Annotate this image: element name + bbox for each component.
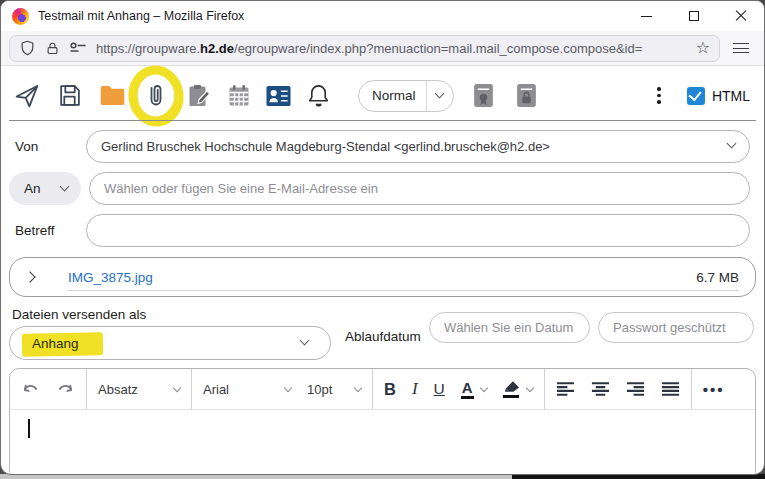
permissions-icon[interactable]: [69, 41, 87, 55]
send-as-value: Anhang: [26, 334, 85, 353]
minimize-icon: [641, 16, 652, 17]
password-input[interactable]: [598, 312, 754, 343]
expiry-label: Ablaufdatum: [345, 329, 421, 344]
to-row: An: [9, 172, 750, 205]
url-text[interactable]: https://groupware.h2.de/egroupware/index…: [96, 41, 687, 56]
chevron-down-icon: [173, 383, 181, 391]
more-menu-icon[interactable]: [649, 87, 669, 103]
expiry-date-input[interactable]: [429, 312, 590, 343]
folder-button[interactable]: [99, 82, 126, 109]
lock-icon[interactable]: [45, 40, 60, 57]
send-button[interactable]: [13, 82, 40, 109]
chevron-down-icon: [300, 336, 310, 346]
close-icon: [735, 10, 747, 22]
italic-button[interactable]: I: [412, 379, 418, 399]
calendar-button[interactable]: [225, 82, 252, 109]
to-type-select[interactable]: An: [9, 172, 81, 205]
align-right-button[interactable]: [626, 381, 645, 397]
paperclip-icon: [145, 83, 167, 109]
font-family-select[interactable]: Arial: [203, 382, 291, 397]
chevron-down-icon: [354, 383, 362, 391]
paragraph-group: Absatz: [87, 369, 192, 409]
attachment-underline: [68, 290, 739, 291]
align-group: [545, 369, 692, 409]
priority-select[interactable]: Normal: [358, 80, 454, 112]
attachment-filename-link[interactable]: IMG_3875.jpg: [68, 270, 153, 285]
attachments-panel: IMG_3875.jpg 6.7 MB: [9, 257, 756, 297]
from-label: Von: [15, 139, 86, 154]
editor-body[interactable]: [10, 410, 755, 475]
close-button[interactable]: [717, 1, 764, 31]
subject-field[interactable]: [86, 214, 750, 247]
maximize-button[interactable]: [670, 1, 717, 31]
maximize-icon: [689, 11, 699, 21]
chevron-down-icon: [479, 383, 487, 391]
url-bar[interactable]: https://groupware.h2.de/egroupware/index…: [9, 35, 720, 62]
compose-toolbar: Normal HTML: [1, 66, 764, 121]
format-group: B I U A: [373, 369, 545, 409]
bold-button[interactable]: B: [384, 380, 396, 399]
html-toggle[interactable]: HTML: [687, 87, 750, 105]
browser-navbar: https://groupware.h2.de/egroupware/index…: [1, 31, 764, 66]
subject-input[interactable]: [101, 215, 715, 246]
from-row: Von Gerlind Bruschek Hochschule Magdebur…: [15, 130, 750, 163]
paragraph-format-select[interactable]: Absatz: [98, 382, 180, 397]
align-center-button[interactable]: [591, 381, 610, 397]
undo-redo-group: [10, 369, 87, 409]
menu-hamburger-icon[interactable]: [726, 43, 756, 53]
contacts-button[interactable]: [265, 82, 292, 109]
notification-bell-button[interactable]: [305, 82, 332, 109]
text-color-button[interactable]: A: [461, 379, 487, 399]
chevron-down-icon: [427, 94, 453, 97]
minimize-button[interactable]: [623, 1, 670, 31]
to-input[interactable]: [104, 173, 715, 204]
chevron-down-icon: [727, 139, 737, 149]
encrypt-message-button[interactable]: [513, 82, 540, 109]
chevron-down-icon: [525, 383, 533, 391]
font-group: Arial 10pt: [192, 369, 373, 409]
from-select[interactable]: Gerlind Bruschek Hochschule Magdeburg-St…: [86, 130, 750, 163]
save-button[interactable]: [56, 82, 83, 109]
titlebar: Testmail mit Anhang – Mozilla Firefox: [1, 1, 764, 31]
subject-row: Betreff: [15, 214, 750, 247]
firefox-window: Testmail mit Anhang – Mozilla Firefox: [0, 0, 765, 475]
underline-button[interactable]: U: [434, 380, 445, 398]
rich-text-editor: Absatz Arial 10pt B I U A: [9, 368, 756, 475]
signature-button[interactable]: [185, 82, 212, 109]
from-value: Gerlind Bruschek Hochschule Magdeburg-St…: [101, 139, 550, 154]
align-left-button[interactable]: [556, 381, 575, 397]
priority-value: Normal: [359, 88, 426, 103]
to-field[interactable]: [89, 172, 750, 205]
toolbar-divider: [9, 120, 756, 121]
to-label: An: [24, 181, 41, 196]
bookmark-star-icon[interactable]: ☆: [696, 40, 710, 56]
send-options-section: Dateien versenden als Anhang Ablaufdatum: [1, 304, 764, 362]
sign-message-button[interactable]: [470, 82, 497, 109]
window-controls: [623, 1, 764, 31]
highlighter-icon: [503, 380, 520, 398]
chevron-down-icon: [284, 383, 292, 391]
redo-button[interactable]: [56, 381, 75, 398]
send-as-label: Dateien versenden als: [12, 307, 146, 322]
subject-label: Betreff: [15, 223, 86, 238]
text-cursor: [28, 419, 30, 438]
attachment-size: 6.7 MB: [696, 270, 739, 285]
more-tools-button[interactable]: •••: [703, 381, 725, 398]
justify-button[interactable]: [661, 381, 680, 397]
firefox-icon: [12, 8, 29, 25]
more-tools-group: •••: [692, 369, 736, 409]
html-checkbox-checked[interactable]: [687, 87, 705, 105]
expand-chevron-icon[interactable]: [24, 271, 35, 282]
highlight-color-button[interactable]: [503, 380, 533, 398]
shield-icon[interactable]: [19, 39, 36, 57]
html-label: HTML: [712, 88, 750, 104]
chevron-down-icon: [60, 182, 70, 192]
attach-file-button[interactable]: [142, 82, 169, 109]
send-as-select[interactable]: Anhang: [9, 326, 331, 360]
font-size-select[interactable]: 10pt: [307, 382, 361, 397]
editor-toolbar: Absatz Arial 10pt B I U A: [10, 369, 755, 410]
undo-button[interactable]: [21, 381, 40, 398]
window-title: Testmail mit Anhang – Mozilla Firefox: [38, 9, 244, 23]
